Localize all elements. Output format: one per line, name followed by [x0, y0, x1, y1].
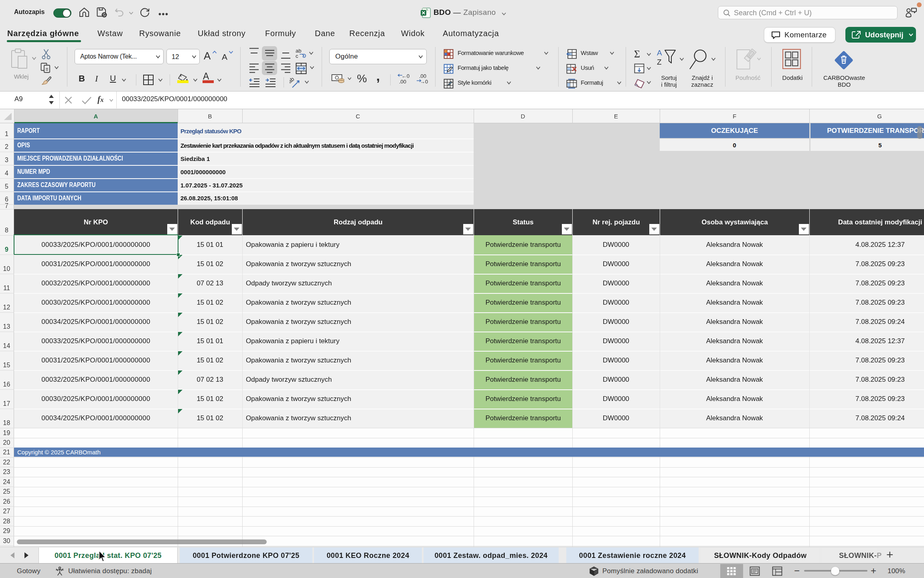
svg-text:A: A: [657, 49, 662, 57]
svg-text:.00: .00: [399, 79, 406, 84]
svg-text:←0: ←0: [401, 73, 409, 79]
svg-text:.00: .00: [419, 73, 426, 79]
svg-text:ab: ab: [290, 76, 296, 85]
svg-text:c: c: [296, 53, 298, 59]
svg-text:Z: Z: [657, 58, 662, 66]
svg-text:→0: →0: [420, 79, 428, 84]
